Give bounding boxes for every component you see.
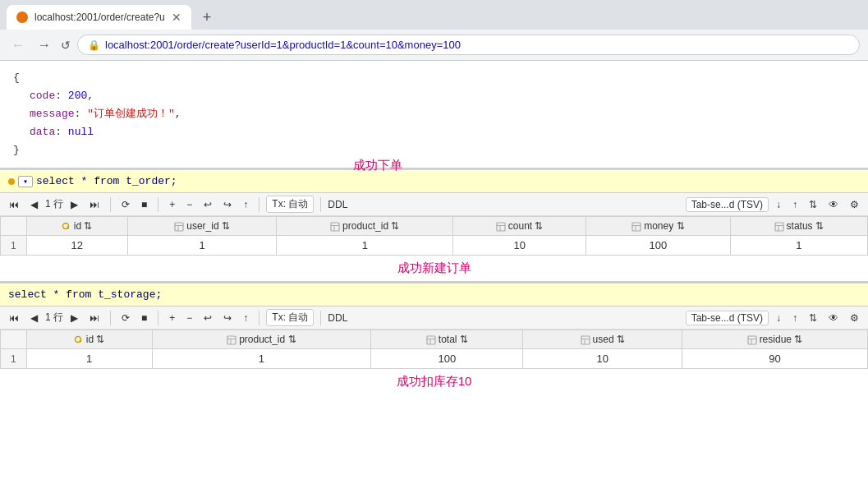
storage-panel: select * from t_storage; ⏮ ◀ 1 行 ▶ ⏭ ⟳ ■… (0, 283, 868, 394)
order-col-money: money ⇅ (586, 217, 730, 236)
storage-sep3 (259, 311, 259, 325)
storage-up-btn[interactable]: ↑ (239, 311, 252, 325)
tab-label: localhost:2001/order/create?u (34, 12, 165, 23)
forward-button[interactable]: → (34, 36, 54, 54)
storage-cell: 100 (371, 349, 523, 369)
order-col-count: count ⇅ (453, 217, 586, 236)
sep1 (110, 197, 111, 212)
back-button[interactable]: ← (8, 36, 28, 54)
key-icon (62, 222, 71, 232)
svg-rect-9 (497, 223, 505, 231)
svg-rect-3 (175, 223, 183, 231)
storage-stop-btn[interactable]: ■ (137, 311, 151, 325)
storage-download-btn[interactable]: ↓ (772, 311, 785, 325)
storage-tab-sep[interactable]: Tab-se...d (TSV) (686, 311, 769, 325)
storage-key-icon (74, 335, 84, 345)
json-response: { code: 200, message: "订单创建成功！", data: n… (0, 61, 868, 170)
storage-prev-btn[interactable]: ◀ (26, 311, 42, 325)
json-code-value: 200 (68, 90, 87, 102)
stop-btn[interactable]: ■ (137, 197, 151, 212)
reload-button[interactable]: ↺ (61, 39, 71, 52)
json-code-key: code (30, 90, 55, 102)
storage-query-bar: select * from t_storage; (0, 283, 868, 307)
tab-close-button[interactable]: ✕ (172, 11, 181, 24)
storage-ddl-label[interactable]: DDL (328, 312, 347, 324)
sep4 (320, 197, 321, 212)
query-options-btn[interactable]: ▾ (18, 176, 33, 187)
storage-move-btn[interactable]: ⇅ (805, 311, 821, 325)
order-panel: ▾ select * from t_order; ⏮ ◀ 1 行 ▶ ⏭ ⟳ ■… (0, 170, 868, 283)
sql-indicator (8, 178, 15, 185)
storage-col-id: id ⇅ (26, 330, 152, 349)
url-bar[interactable]: 🔒 localhost:2001/order/create?userId=1&p… (77, 35, 860, 55)
storage-sort-btn[interactable]: ↑ (788, 311, 801, 325)
json-data-value: null (68, 126, 94, 138)
order-table: id ⇅ user_id ⇅ product_id ⇅ count ⇅ mone (0, 216, 868, 256)
last-row-btn[interactable]: ⏭ (85, 197, 103, 212)
storage-col-residue: residue ⇅ (682, 330, 867, 349)
settings-btn[interactable]: ⚙ (846, 197, 863, 212)
order-cell: 100 (586, 236, 730, 256)
svg-rect-12 (632, 223, 641, 231)
svg-rect-20 (79, 340, 80, 341)
tab-sep-selector[interactable]: Tab-se...d (TSV) (686, 197, 769, 212)
new-tab-button[interactable]: + (198, 7, 217, 28)
storage-row-info: 1 行 (45, 311, 63, 325)
order-table-row[interactable]: 11211101001 (1, 236, 868, 256)
storage-query-text: select * from t_storage; (8, 288, 162, 301)
json-brace-close: } (13, 141, 855, 159)
storage-cell: 10 (523, 349, 682, 369)
undo-btn[interactable]: ↩ (200, 197, 216, 212)
storage-table: id ⇅ product_id ⇅ total ⇅ used ⇅ residue (0, 330, 868, 369)
toolbar-right: Tab-se...d (TSV) ↓ ↑ ⇅ 👁 ⚙ (686, 197, 863, 212)
url-text: localhost:2001/order/create?userId=1&pro… (105, 39, 849, 51)
sort-btn[interactable]: ↑ (788, 197, 801, 212)
json-code-line: code: 200, (30, 87, 855, 105)
redo-btn[interactable]: ↪ (219, 197, 236, 212)
sep2 (158, 197, 158, 212)
storage-col-product-id: product_id ⇅ (152, 330, 371, 349)
storage-table-footer: 成功扣库存10 (0, 369, 868, 394)
next-row-btn[interactable]: ▶ (67, 197, 82, 212)
json-message-value: "订单创建成功！" (87, 108, 175, 120)
storage-last-btn[interactable]: ⏭ (85, 311, 103, 325)
storage-redo-btn[interactable]: ↪ (219, 311, 236, 325)
storage-table-row[interactable]: 1111001090 (1, 349, 868, 369)
storage-refresh-btn[interactable]: ⟳ (117, 311, 134, 325)
prev-row-btn[interactable]: ◀ (26, 197, 42, 212)
first-row-btn[interactable]: ⏮ (5, 197, 23, 212)
order-table-wrap: id ⇅ user_id ⇅ product_id ⇅ count ⇅ mone (0, 216, 868, 256)
storage-undo-btn[interactable]: ↩ (200, 311, 216, 325)
storage-add-btn[interactable]: + (165, 311, 179, 325)
storage-remove-btn[interactable]: − (182, 311, 196, 325)
order-toolbar: ⏮ ◀ 1 行 ▶ ⏭ ⟳ ■ + − ↩ ↪ ↑ Tx: 自动 DDL Tab… (0, 193, 868, 216)
order-cell: 1 (127, 236, 277, 256)
add-row-btn[interactable]: + (165, 197, 179, 212)
table-icon (174, 222, 184, 232)
order-col-product-id: product_id ⇅ (277, 217, 453, 236)
json-data-line: data: null (30, 123, 855, 141)
json-message-line: message: "订单创建成功！", (30, 105, 855, 123)
browser-window: localhost:2001/order/create?u ✕ + ← → ↺ … (0, 0, 868, 394)
browser-chrome: localhost:2001/order/create?u ✕ + ← → ↺ … (0, 0, 868, 61)
storage-next-btn[interactable]: ▶ (67, 311, 82, 325)
view-btn[interactable]: 👁 (824, 197, 843, 212)
order-table-footer: 成功新建订单 (0, 256, 868, 281)
tx-selector[interactable]: Tx: 自动 (266, 196, 314, 213)
order-cell: 10 (453, 236, 586, 256)
storage-view-btn[interactable]: 👁 (824, 311, 843, 325)
ddl-label[interactable]: DDL (328, 199, 347, 210)
storage-sep2 (158, 311, 158, 325)
storage-first-btn[interactable]: ⏮ (5, 311, 23, 325)
storage-sep1 (110, 311, 111, 325)
sort-up-btn[interactable]: ↑ (239, 197, 252, 212)
response-area: { code: 200, message: "订单创建成功！", data: n… (0, 61, 868, 170)
move-btn[interactable]: ⇅ (805, 197, 821, 212)
storage-tx-selector[interactable]: Tx: 自动 (266, 309, 314, 326)
download-btn[interactable]: ↓ (772, 197, 785, 212)
refresh-btn[interactable]: ⟳ (117, 197, 134, 212)
sep3 (259, 197, 259, 212)
storage-settings-btn[interactable]: ⚙ (846, 311, 863, 325)
active-tab[interactable]: localhost:2001/order/create?u ✕ (7, 5, 191, 30)
remove-row-btn[interactable]: − (182, 197, 196, 212)
